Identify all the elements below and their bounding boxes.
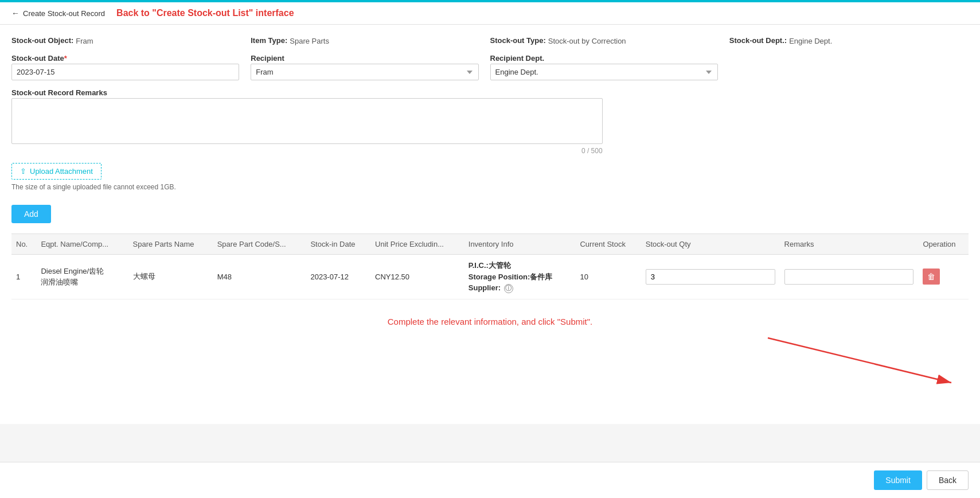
recipient-select-wrapper: Fram bbox=[251, 64, 478, 80]
stockout-date-group: Stock-out Date* bbox=[11, 54, 251, 80]
page-header: ← Create Stock-out Record Back to "Creat… bbox=[0, 2, 980, 25]
recipient-dept-select[interactable]: Engine Dept. bbox=[490, 64, 718, 80]
stockout-date-label: Stock-out Date* bbox=[11, 54, 239, 63]
stockout-type-label: Stock-out Type: bbox=[490, 36, 546, 45]
table-header-row: No. Eqpt. Name/Comp... Spare Parts Name … bbox=[11, 234, 969, 255]
cell-inventory-info: P.I.C.:大管轮 Storage Position:备件库 Supplier… bbox=[464, 255, 576, 299]
stockout-type-value: Stock-out by Correction bbox=[548, 37, 626, 45]
col-no: No. bbox=[11, 234, 36, 255]
recipient-dept-group: Recipient Dept. Engine Dept. bbox=[490, 54, 729, 80]
char-count: 0 / 500 bbox=[11, 147, 603, 155]
cell-operation: 🗑 bbox=[918, 255, 969, 299]
cell-current-stock: 10 bbox=[575, 255, 641, 299]
recipient-label: Recipient bbox=[251, 54, 478, 63]
cell-remarks[interactable] bbox=[780, 255, 919, 299]
col-remarks: Remarks bbox=[780, 234, 919, 255]
input-row-1: Stock-out Date* Recipient Fram Recipient… bbox=[11, 54, 969, 80]
stockout-dept-group: Stock-out Dept.: Engine Dept. bbox=[729, 36, 969, 46]
cell-no: 1 bbox=[11, 255, 36, 299]
stockout-type-group: Stock-out Type: Stock-out by Correction bbox=[490, 36, 729, 46]
row-remarks-input[interactable] bbox=[784, 269, 914, 285]
inventory-pic: P.I.C.:大管轮 bbox=[468, 260, 571, 271]
stockout-object-group: Stock-out Object: Fram bbox=[11, 36, 251, 46]
recipient-select[interactable]: Fram bbox=[251, 64, 478, 80]
info-row-1: Stock-out Object: Fram Item Type: Spare … bbox=[11, 36, 969, 46]
stockout-dept-label: Stock-out Dept.: bbox=[729, 36, 787, 45]
upload-section: ⇧ Upload Attachment The size of a single… bbox=[11, 163, 969, 191]
supplier-info-icon[interactable]: ⓘ bbox=[504, 284, 513, 293]
stockout-object-value: Fram bbox=[76, 37, 93, 45]
col-current-stock: Current Stock bbox=[575, 234, 641, 255]
col-spare-part-code: Spare Part Code/S... bbox=[213, 234, 306, 255]
stockout-date-input[interactable] bbox=[11, 64, 239, 80]
remarks-label: Stock-out Record Remarks bbox=[11, 88, 603, 97]
stock-out-table: No. Eqpt. Name/Comp... Spare Parts Name … bbox=[11, 234, 969, 299]
col-stock-in-date: Stock-in Date bbox=[306, 234, 370, 255]
inventory-storage: Storage Position:备件库 bbox=[468, 272, 571, 282]
item-type-label: Item Type: bbox=[251, 36, 287, 45]
remarks-group: Stock-out Record Remarks 0 / 500 bbox=[11, 88, 614, 155]
upload-icon: ⇧ bbox=[20, 167, 26, 176]
stockout-object-label: Stock-out Object: bbox=[11, 36, 73, 45]
cell-stock-in-date: 2023-07-12 bbox=[306, 255, 370, 299]
inventory-supplier: Supplier: ⓘ bbox=[468, 283, 571, 293]
recipient-group: Recipient Fram bbox=[251, 54, 490, 80]
recipient-dept-label: Recipient Dept. bbox=[490, 54, 718, 63]
cell-spare-parts-name: 大螺母 bbox=[128, 255, 213, 299]
back-link[interactable]: ← Create Stock-out Record bbox=[11, 9, 105, 18]
cell-stock-out-qty[interactable] bbox=[641, 255, 780, 299]
col-spare-parts-name: Spare Parts Name bbox=[128, 234, 213, 255]
cell-eqpt-name: Diesel Engine/齿轮 润滑油喷嘴 bbox=[36, 255, 128, 299]
stock-out-qty-input[interactable] bbox=[646, 269, 775, 285]
col-operation: Operation bbox=[918, 234, 969, 255]
delete-button[interactable]: 🗑 bbox=[923, 269, 940, 285]
item-type-value: Spare Parts bbox=[290, 37, 329, 45]
item-type-group: Item Type: Spare Parts bbox=[251, 36, 490, 46]
stockout-dept-value: Engine Dept. bbox=[789, 37, 832, 45]
page-title: Back to "Create Stock-out List" interfac… bbox=[116, 8, 294, 18]
col-stock-out-qty: Stock-out Qty bbox=[641, 234, 780, 255]
svg-line-1 bbox=[768, 338, 951, 383]
col-eqpt-name: Eqpt. Name/Comp... bbox=[36, 234, 128, 255]
back-link-label: Create Stock-out Record bbox=[23, 9, 105, 18]
col-unit-price: Unit Price Excludin... bbox=[370, 234, 464, 255]
back-arrow-icon: ← bbox=[11, 9, 19, 18]
red-arrow-svg bbox=[739, 332, 969, 390]
add-button[interactable]: Add bbox=[11, 205, 51, 223]
upload-note: The size of a single uploaded file canno… bbox=[11, 183, 969, 191]
col-inventory-info: Inventory Info bbox=[464, 234, 576, 255]
remarks-row: Stock-out Record Remarks 0 / 500 bbox=[11, 88, 969, 155]
remarks-textarea[interactable] bbox=[11, 98, 603, 144]
cell-unit-price: CNY12.50 bbox=[370, 255, 464, 299]
arrow-area bbox=[11, 332, 969, 390]
table-row: 1 Diesel Engine/齿轮 润滑油喷嘴 大螺母 M48 2023-07… bbox=[11, 255, 969, 299]
upload-label: Upload Attachment bbox=[30, 167, 93, 176]
cell-spare-part-code: M48 bbox=[213, 255, 306, 299]
main-content: Stock-out Object: Fram Item Type: Spare … bbox=[0, 25, 980, 424]
instruction-text: Complete the relevant information, and c… bbox=[11, 317, 969, 326]
recipient-dept-select-wrapper: Engine Dept. bbox=[490, 64, 718, 80]
upload-attachment-button[interactable]: ⇧ Upload Attachment bbox=[11, 163, 101, 180]
